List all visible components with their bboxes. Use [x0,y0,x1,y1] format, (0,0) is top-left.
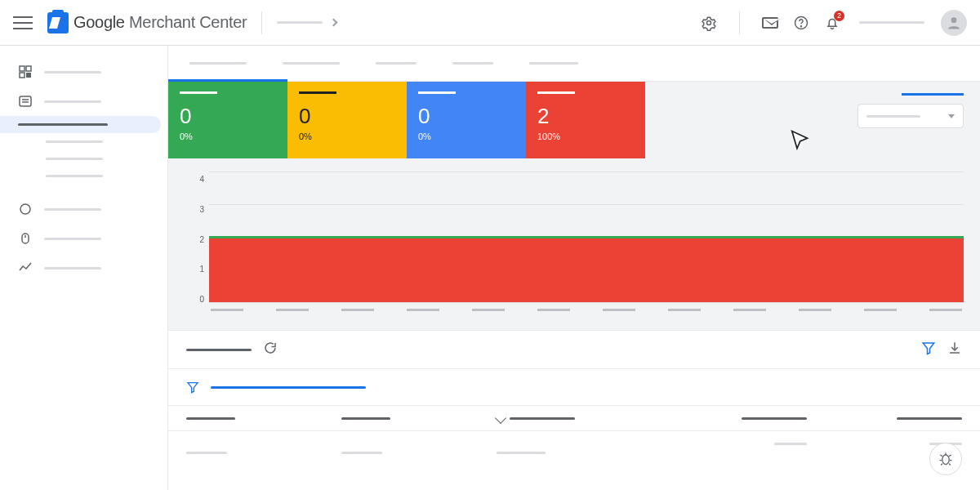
table-toolbar [168,330,980,369]
tab-5[interactable] [529,62,578,65]
breadcrumb[interactable] [277,20,336,25]
list-icon [18,94,33,109]
column-header-4[interactable] [652,417,807,420]
summary-card-blue[interactable]: 00% [407,82,526,158]
refresh-icon[interactable] [263,341,278,359]
chart-y-axis: 43210 [185,172,209,318]
column-header-3[interactable] [497,414,652,422]
dashboard-panel: 00%00%00%2100% 43210 [168,82,980,330]
svg-rect-4 [20,66,24,71]
svg-marker-15 [188,383,198,393]
svg-point-11 [20,204,30,214]
sidebar-item-2[interactable] [0,87,161,116]
product-name-bold: Google [74,13,125,31]
sidebar-item-3[interactable] [0,116,161,133]
toolbar-title [186,349,252,351]
download-icon[interactable] [947,341,962,359]
tab-1[interactable] [189,62,247,65]
app-header: Google Merchant Center 2 [0,0,980,46]
sidebar-subitem-1[interactable] [0,133,161,150]
avatar[interactable] [941,10,967,36]
shopping-tag-icon [47,12,69,33]
dashboard-icon [18,65,33,79]
sidebar-item-label [44,71,101,74]
breadcrumb-item [277,21,323,24]
sidebar-item-6[interactable] [0,253,161,283]
sidebar-item-label [18,123,108,126]
svg-rect-7 [26,73,31,78]
sidebar-subitem-2[interactable] [0,150,161,167]
product-name-light: Merchant Center [129,13,247,31]
menu-icon[interactable] [13,13,33,33]
tab-bar [168,46,980,82]
tab-2[interactable] [283,62,340,65]
sidebar-item-label [44,208,101,211]
sidebar-item-label [46,175,103,177]
filter-icon[interactable] [921,341,936,359]
chart-plot [209,172,964,318]
column-header-1[interactable] [186,417,341,420]
chevron-right-icon [330,19,338,27]
sidebar-item-label [44,267,101,270]
dashboard-link[interactable] [902,93,964,96]
sidebar-item-4[interactable] [0,194,161,224]
table-header [168,406,980,431]
notifications-icon[interactable]: 2 [823,14,841,32]
svg-point-16 [942,455,949,465]
help-icon[interactable] [792,14,810,32]
svg-point-3 [951,17,957,23]
table-row[interactable] [168,431,980,469]
feedback-button[interactable] [929,443,962,475]
sidebar-subitem-3[interactable] [0,167,161,185]
column-header-2[interactable] [341,417,497,420]
mail-icon[interactable] [761,14,779,32]
filter-chip[interactable] [211,386,366,389]
active-filter-row [168,369,980,406]
separator [261,11,262,34]
tab-4[interactable] [452,62,493,65]
settings-icon[interactable] [700,14,718,32]
summary-card-yellow[interactable]: 00% [287,82,407,158]
column-header-5[interactable] [807,417,962,420]
dropdown-value [866,115,920,118]
separator [739,11,740,34]
sidebar-item-label [44,100,101,103]
svg-rect-12 [22,234,29,243]
svg-point-2 [801,25,802,26]
svg-point-0 [707,20,711,24]
trend-icon [18,261,33,275]
sidebar [0,46,168,490]
svg-marker-14 [923,343,934,354]
account-label [859,21,924,24]
sidebar-item-1[interactable] [0,57,161,87]
svg-rect-8 [20,96,31,106]
tab-3[interactable] [376,62,416,65]
chevron-down-icon [948,114,955,118]
summary-card-green[interactable]: 00% [168,82,287,158]
svg-rect-5 [26,66,31,71]
product-logo[interactable]: Google Merchant Center [47,12,247,33]
summary-card-red[interactable]: 2100% [526,82,645,158]
svg-rect-6 [20,73,24,78]
status-chart: 43210 [185,172,964,318]
mouse-icon [18,231,33,246]
sidebar-item-label [46,158,103,160]
date-range-dropdown[interactable] [858,104,964,128]
sort-desc-icon [495,412,506,424]
product-name: Google Merchant Center [74,13,247,32]
dashboard-controls [858,93,964,128]
filter-icon [186,381,199,394]
sidebar-item-label [44,238,101,240]
circle-icon [18,202,33,216]
sidebar-item-5[interactable] [0,224,161,253]
notification-badge: 2 [834,11,844,21]
sidebar-item-label [46,140,103,143]
main-content: 00%00%00%2100% 43210 [168,46,980,490]
mouse-cursor [789,129,813,157]
